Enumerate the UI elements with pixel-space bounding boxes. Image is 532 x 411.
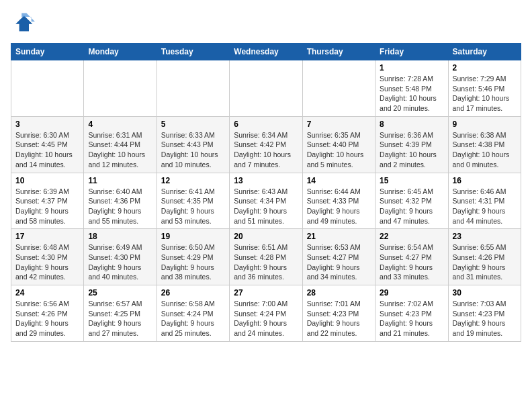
day-number: 8 [380, 120, 443, 129]
day-info: Sunrise: 7:03 AM Sunset: 4:23 PM Dayligh… [453, 299, 517, 338]
day-number: 27 [234, 288, 298, 298]
header-row: SundayMondayTuesdayWednesdayThursdayFrid… [11, 44, 521, 60]
day-cell: 27Sunrise: 7:00 AM Sunset: 4:24 PM Dayli… [230, 285, 302, 342]
day-number: 6 [234, 120, 298, 129]
day-cell: 24Sunrise: 6:56 AM Sunset: 4:26 PM Dayli… [11, 285, 84, 342]
day-cell: 7Sunrise: 6:35 AM Sunset: 4:40 PM Daylig… [302, 116, 375, 173]
day-number: 21 [307, 232, 371, 241]
day-cell: 8Sunrise: 6:36 AM Sunset: 4:39 PM Daylig… [375, 116, 448, 173]
day-info: Sunrise: 7:02 AM Sunset: 4:23 PM Dayligh… [380, 299, 443, 338]
day-number: 12 [161, 176, 225, 185]
day-number: 19 [161, 232, 225, 241]
day-cell [302, 60, 375, 117]
day-info: Sunrise: 6:49 AM Sunset: 4:30 PM Dayligh… [88, 242, 152, 282]
day-cell: 21Sunrise: 6:53 AM Sunset: 4:27 PM Dayli… [302, 229, 375, 285]
day-info: Sunrise: 6:30 AM Sunset: 4:45 PM Dayligh… [15, 130, 79, 170]
day-number: 28 [307, 288, 371, 298]
day-number: 1 [380, 63, 443, 73]
day-cell: 23Sunrise: 6:55 AM Sunset: 4:26 PM Dayli… [448, 229, 521, 285]
day-info: Sunrise: 6:48 AM Sunset: 4:30 PM Dayligh… [15, 242, 79, 282]
day-info: Sunrise: 6:38 AM Sunset: 4:38 PM Dayligh… [453, 130, 517, 170]
day-cell: 30Sunrise: 7:03 AM Sunset: 4:23 PM Dayli… [448, 285, 521, 342]
day-info: Sunrise: 6:53 AM Sunset: 4:27 PM Dayligh… [307, 242, 371, 282]
day-cell: 20Sunrise: 6:51 AM Sunset: 4:28 PM Dayli… [230, 229, 302, 285]
day-number: 14 [307, 176, 371, 185]
col-header-thursday: Thursday [302, 44, 375, 60]
day-number: 2 [453, 63, 517, 73]
day-cell: 26Sunrise: 6:58 AM Sunset: 4:24 PM Dayli… [157, 285, 229, 342]
day-cell: 9Sunrise: 6:38 AM Sunset: 4:38 PM Daylig… [448, 116, 521, 173]
day-info: Sunrise: 6:58 AM Sunset: 4:24 PM Dayligh… [161, 299, 225, 338]
logo-icon [11, 11, 35, 35]
day-cell [230, 60, 302, 117]
day-cell: 16Sunrise: 6:46 AM Sunset: 4:31 PM Dayli… [448, 173, 521, 229]
day-cell: 6Sunrise: 6:34 AM Sunset: 4:42 PM Daylig… [230, 116, 302, 173]
week-row-2: 3Sunrise: 6:30 AM Sunset: 4:45 PM Daylig… [11, 116, 521, 173]
day-cell: 12Sunrise: 6:41 AM Sunset: 4:35 PM Dayli… [157, 173, 229, 229]
day-number: 11 [88, 176, 152, 185]
day-cell: 29Sunrise: 7:02 AM Sunset: 4:23 PM Dayli… [375, 285, 448, 342]
col-header-monday: Monday [84, 44, 157, 60]
day-number: 17 [15, 232, 79, 241]
day-info: Sunrise: 6:33 AM Sunset: 4:43 PM Dayligh… [161, 130, 225, 170]
day-number: 9 [453, 120, 517, 129]
day-number: 24 [15, 288, 79, 298]
day-cell: 11Sunrise: 6:40 AM Sunset: 4:36 PM Dayli… [84, 173, 157, 229]
day-info: Sunrise: 6:41 AM Sunset: 4:35 PM Dayligh… [161, 187, 225, 226]
day-cell: 15Sunrise: 6:45 AM Sunset: 4:32 PM Dayli… [375, 173, 448, 229]
day-cell: 4Sunrise: 6:31 AM Sunset: 4:44 PM Daylig… [84, 116, 157, 173]
day-number: 23 [453, 232, 517, 241]
day-number: 22 [380, 232, 443, 241]
day-number: 20 [234, 232, 298, 241]
day-info: Sunrise: 7:28 AM Sunset: 5:48 PM Dayligh… [380, 74, 443, 113]
day-info: Sunrise: 6:55 AM Sunset: 4:26 PM Dayligh… [453, 242, 517, 282]
col-header-saturday: Saturday [448, 44, 521, 60]
col-header-tuesday: Tuesday [157, 44, 229, 60]
day-cell: 14Sunrise: 6:44 AM Sunset: 4:33 PM Dayli… [302, 173, 375, 229]
week-row-4: 17Sunrise: 6:48 AM Sunset: 4:30 PM Dayli… [11, 229, 521, 285]
day-info: Sunrise: 6:39 AM Sunset: 4:37 PM Dayligh… [15, 187, 79, 226]
week-row-5: 24Sunrise: 6:56 AM Sunset: 4:26 PM Dayli… [11, 285, 521, 342]
day-info: Sunrise: 6:40 AM Sunset: 4:36 PM Dayligh… [88, 187, 152, 226]
header [11, 11, 521, 35]
day-info: Sunrise: 6:51 AM Sunset: 4:28 PM Dayligh… [234, 242, 298, 282]
col-header-sunday: Sunday [11, 44, 84, 60]
day-cell: 19Sunrise: 6:50 AM Sunset: 4:29 PM Dayli… [157, 229, 229, 285]
col-header-friday: Friday [375, 44, 448, 60]
day-info: Sunrise: 6:43 AM Sunset: 4:34 PM Dayligh… [234, 187, 298, 226]
day-cell [11, 60, 84, 117]
day-info: Sunrise: 6:57 AM Sunset: 4:25 PM Dayligh… [88, 299, 152, 338]
day-number: 18 [88, 232, 152, 241]
day-number: 13 [234, 176, 298, 185]
day-info: Sunrise: 6:46 AM Sunset: 4:31 PM Dayligh… [453, 187, 517, 226]
day-info: Sunrise: 6:50 AM Sunset: 4:29 PM Dayligh… [161, 242, 225, 282]
day-info: Sunrise: 6:44 AM Sunset: 4:33 PM Dayligh… [307, 187, 371, 226]
day-number: 4 [88, 120, 152, 129]
day-cell: 10Sunrise: 6:39 AM Sunset: 4:37 PM Dayli… [11, 173, 84, 229]
day-cell [157, 60, 229, 117]
day-cell: 18Sunrise: 6:49 AM Sunset: 4:30 PM Dayli… [84, 229, 157, 285]
day-info: Sunrise: 7:29 AM Sunset: 5:46 PM Dayligh… [453, 74, 517, 113]
day-cell: 25Sunrise: 6:57 AM Sunset: 4:25 PM Dayli… [84, 285, 157, 342]
day-info: Sunrise: 7:00 AM Sunset: 4:24 PM Dayligh… [234, 299, 298, 338]
day-info: Sunrise: 6:35 AM Sunset: 4:40 PM Dayligh… [307, 130, 371, 170]
calendar-table: SundayMondayTuesdayWednesdayThursdayFrid… [11, 43, 521, 342]
day-cell: 1Sunrise: 7:28 AM Sunset: 5:48 PM Daylig… [375, 60, 448, 117]
day-cell: 5Sunrise: 6:33 AM Sunset: 4:43 PM Daylig… [157, 116, 229, 173]
day-number: 15 [380, 176, 443, 185]
day-info: Sunrise: 7:01 AM Sunset: 4:23 PM Dayligh… [307, 299, 371, 338]
day-number: 16 [453, 176, 517, 185]
day-info: Sunrise: 6:36 AM Sunset: 4:39 PM Dayligh… [380, 130, 443, 170]
day-cell: 22Sunrise: 6:54 AM Sunset: 4:27 PM Dayli… [375, 229, 448, 285]
week-row-1: 1Sunrise: 7:28 AM Sunset: 5:48 PM Daylig… [11, 60, 521, 117]
day-info: Sunrise: 6:34 AM Sunset: 4:42 PM Dayligh… [234, 130, 298, 170]
day-number: 25 [88, 288, 152, 298]
day-cell: 17Sunrise: 6:48 AM Sunset: 4:30 PM Dayli… [11, 229, 84, 285]
svg-marker-0 [15, 15, 32, 31]
week-row-3: 10Sunrise: 6:39 AM Sunset: 4:37 PM Dayli… [11, 173, 521, 229]
day-info: Sunrise: 6:54 AM Sunset: 4:27 PM Dayligh… [380, 242, 443, 282]
day-number: 26 [161, 288, 225, 298]
day-cell: 28Sunrise: 7:01 AM Sunset: 4:23 PM Dayli… [302, 285, 375, 342]
day-number: 7 [307, 120, 371, 129]
day-cell [84, 60, 157, 117]
